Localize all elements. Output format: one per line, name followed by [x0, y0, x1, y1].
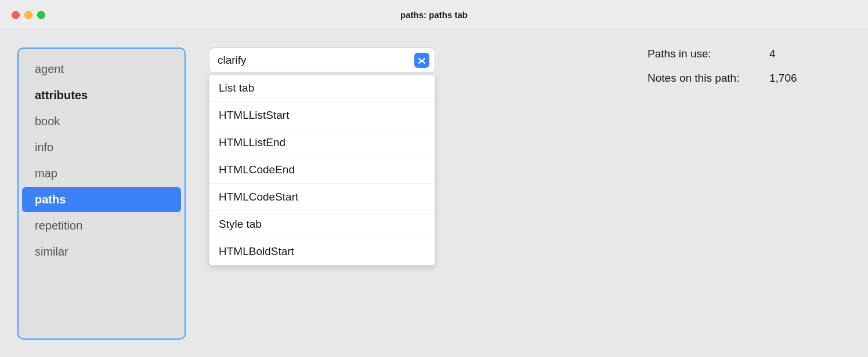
dropdown-option[interactable]: HTMLListStart	[209, 102, 435, 129]
sidebar-item-agent[interactable]: agent	[22, 57, 181, 82]
sidebar-item-similar[interactable]: similar	[22, 239, 181, 264]
dropdown-option[interactable]: Style tab	[209, 211, 435, 238]
paths-in-use-value: 4	[769, 48, 776, 60]
close-button[interactable]	[12, 11, 20, 19]
minimize-button[interactable]	[24, 11, 32, 19]
sidebar-item-attributes[interactable]: attributes	[22, 83, 181, 108]
sidebar: agentattributesbookinfomappathsrepetitio…	[17, 48, 186, 340]
maximize-button[interactable]	[37, 11, 45, 19]
dropdown-option[interactable]: HTMLCodeStart	[209, 184, 435, 211]
paths-in-use-label: Paths in use:	[648, 48, 752, 60]
sidebar-item-map[interactable]: map	[22, 161, 181, 186]
dropdown-option[interactable]: HTMLBoldStart	[209, 238, 435, 265]
dropdown-area: List tabHTMLListStartHTMLListEndHTMLCode…	[209, 48, 435, 73]
window-title: paths: paths tab	[400, 10, 468, 20]
dropdown-option[interactable]: HTMLListEnd	[209, 129, 435, 156]
sidebar-item-paths[interactable]: paths	[22, 187, 181, 212]
sidebar-item-repetition[interactable]: repetition	[22, 213, 181, 238]
dropdown-option[interactable]: List tab	[209, 75, 435, 102]
title-bar: paths: paths tab	[0, 0, 868, 30]
traffic-lights	[12, 11, 45, 19]
dropdown-list: List tabHTMLListStartHTMLListEndHTMLCode…	[209, 74, 435, 265]
notes-on-path-row: Notes on this path: 1,706	[648, 72, 851, 85]
notes-on-path-label: Notes on this path:	[648, 72, 752, 85]
right-panel: List tabHTMLListStartHTMLListEndHTMLCode…	[209, 48, 851, 340]
stats-panel: Paths in use: 4 Notes on this path: 1,70…	[648, 48, 851, 85]
sidebar-item-info[interactable]: info	[22, 135, 181, 160]
path-dropdown-input[interactable]	[209, 48, 435, 73]
main-content: agentattributesbookinfomappathsrepetitio…	[0, 30, 868, 357]
notes-on-path-value: 1,706	[769, 72, 797, 85]
sidebar-item-book[interactable]: book	[22, 109, 181, 134]
dropdown-option[interactable]: HTMLCodeEnd	[209, 156, 435, 184]
paths-in-use-row: Paths in use: 4	[648, 48, 851, 60]
